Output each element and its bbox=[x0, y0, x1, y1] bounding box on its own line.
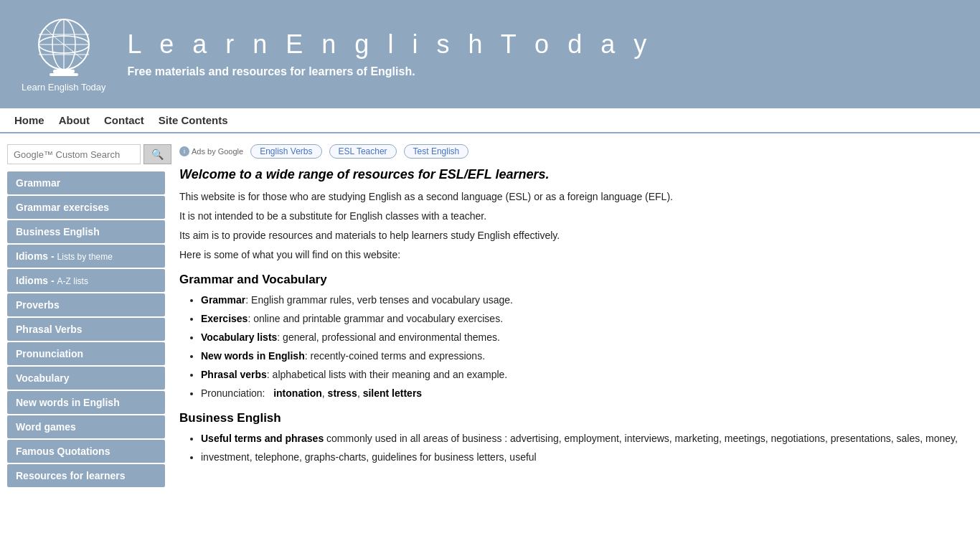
list-item-grammar: Grammar: English grammar rules, verb ten… bbox=[201, 293, 958, 308]
list-item-new-words: New words in English: recently-coined te… bbox=[201, 349, 958, 364]
main-content: 🔍 Grammar Grammar exercises Business Eng… bbox=[0, 133, 980, 496]
svg-rect-7 bbox=[53, 70, 75, 73]
intro-text: This website is for those who are studyi… bbox=[179, 189, 958, 263]
sidebar-item-resources-for-learners[interactable]: Resources for learners bbox=[7, 464, 165, 487]
ad-link-english-verbs[interactable]: English Verbs bbox=[250, 144, 321, 159]
search-area: 🔍 bbox=[7, 144, 165, 164]
sidebar-item-business-english[interactable]: Business English bbox=[7, 220, 165, 243]
vocabulary-lists-term: Vocabulary lists bbox=[201, 331, 277, 343]
intro-line-4: Here is some of what you will find on th… bbox=[179, 248, 958, 263]
intonation-term: intonation bbox=[273, 387, 322, 399]
sidebar-item-idioms-lists-by-theme[interactable]: Idioms - Lists by theme bbox=[7, 245, 165, 268]
globe-icon bbox=[32, 14, 96, 79]
main-nav: Home About Contact Site Contents bbox=[0, 107, 980, 133]
silent-letters-term: silent letters bbox=[363, 387, 422, 399]
list-item-investment: investment, telephone, graphs-charts, gu… bbox=[201, 450, 958, 465]
stress-term: stress bbox=[328, 387, 357, 399]
grammar-list: Grammar: English grammar rules, verb ten… bbox=[179, 293, 958, 401]
sidebar-item-proverbs[interactable]: Proverbs bbox=[7, 293, 165, 316]
new-words-term: New words in English bbox=[201, 350, 305, 362]
logo-area: Learn English Today bbox=[22, 14, 106, 93]
list-item-vocabulary-lists: Vocabulary lists: general, professional … bbox=[201, 330, 958, 345]
nav-contact[interactable]: Contact bbox=[104, 114, 144, 126]
business-list: Useful terms and phrases commonly used i… bbox=[179, 431, 958, 465]
list-item-useful-terms: Useful terms and phrases commonly used i… bbox=[201, 431, 958, 446]
sidebar-item-grammar-exercises[interactable]: Grammar exercises bbox=[7, 196, 165, 219]
info-icon: i bbox=[179, 146, 189, 156]
search-input[interactable] bbox=[7, 144, 141, 164]
ad-link-test-english[interactable]: Test English bbox=[404, 144, 469, 159]
intro-line-1: This website is for those who are studyi… bbox=[179, 189, 958, 204]
intro-line-2: It is not intended to be a substitute fo… bbox=[179, 209, 958, 224]
ads-label: Ads by Google bbox=[192, 147, 243, 156]
nav-about[interactable]: About bbox=[59, 114, 90, 126]
sidebar-item-new-words-english[interactable]: New words in English bbox=[7, 391, 165, 414]
intro-line-3: Its aim is to provide resources and mate… bbox=[179, 228, 958, 243]
welcome-heading: Welcome to a wide range of resources for… bbox=[179, 167, 958, 182]
content-area: i Ads by Google English Verbs ESL Teache… bbox=[165, 141, 973, 476]
sidebar-item-word-games[interactable]: Word games bbox=[7, 415, 165, 438]
list-item-pronunciation: Pronunciation: intonation, stress, silen… bbox=[201, 386, 958, 401]
ads-info: i Ads by Google bbox=[179, 146, 243, 156]
grammar-term: Grammar bbox=[201, 294, 245, 306]
list-item-phrasal-verbs: Phrasal verbs: alphabetical lists with t… bbox=[201, 367, 958, 382]
header-title-area: L e a r n E n g l i s h T o d a y Free m… bbox=[128, 29, 653, 78]
business-section-heading: Business English bbox=[179, 411, 958, 425]
ad-link-esl-teacher[interactable]: ESL Teacher bbox=[329, 144, 397, 159]
sidebar-item-idioms-az[interactable]: Idioms - A-Z lists bbox=[7, 269, 165, 292]
header: Learn English Today L e a r n E n g l i … bbox=[0, 0, 980, 107]
sidebar: 🔍 Grammar Grammar exercises Business Eng… bbox=[7, 141, 165, 489]
sidebar-item-famous-quotations[interactable]: Famous Quotations bbox=[7, 440, 165, 463]
sidebar-item-phrasal-verbs[interactable]: Phrasal Verbs bbox=[7, 318, 165, 341]
ads-bar: i Ads by Google English Verbs ESL Teache… bbox=[179, 144, 958, 159]
sidebar-item-pronunciation[interactable]: Pronunciation bbox=[7, 342, 165, 365]
logo-text: Learn English Today bbox=[22, 82, 106, 93]
exercises-term: Exercises bbox=[201, 313, 248, 324]
sidebar-item-vocabulary[interactable]: Vocabulary bbox=[7, 367, 165, 390]
site-title: L e a r n E n g l i s h T o d a y bbox=[128, 29, 653, 60]
sidebar-item-grammar[interactable]: Grammar bbox=[7, 171, 165, 194]
svg-rect-8 bbox=[50, 73, 78, 76]
grammar-section-heading: Grammar and Vocabulary bbox=[179, 273, 958, 287]
phrasal-verbs-term: Phrasal verbs bbox=[201, 369, 267, 380]
nav-home[interactable]: Home bbox=[14, 114, 44, 126]
nav-site-contents[interactable]: Site Contents bbox=[159, 114, 228, 126]
site-tagline: Free materials and resources for learner… bbox=[128, 65, 653, 78]
useful-terms-label: Useful terms and phrases bbox=[201, 433, 324, 444]
list-item-exercises: Exercises: online and printable grammar … bbox=[201, 311, 958, 326]
